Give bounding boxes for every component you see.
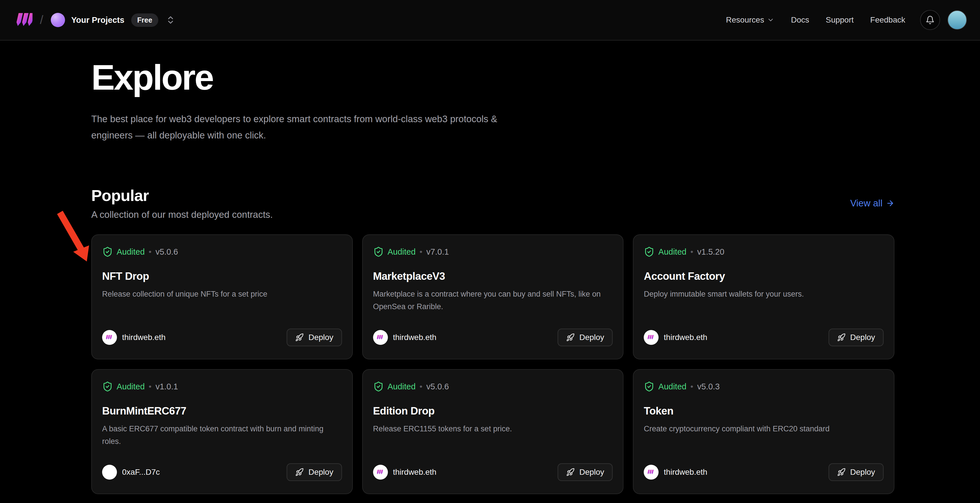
card-title: NFT Drop	[102, 270, 342, 282]
thirdweb-logo-icon[interactable]	[16, 11, 32, 29]
publisher-link[interactable]: 0xaF...D7c	[102, 465, 160, 480]
deploy-button[interactable]: Deploy	[558, 329, 612, 346]
publisher-link[interactable]: thirdweb.eth	[102, 330, 166, 345]
meta-separator: •	[149, 382, 151, 391]
publisher-link[interactable]: thirdweb.eth	[644, 330, 707, 345]
project-name: Your Projects	[71, 15, 124, 25]
card-title: Token	[644, 405, 884, 417]
deploy-button[interactable]: Deploy	[829, 329, 884, 346]
publisher-link[interactable]: thirdweb.eth	[373, 465, 437, 480]
publisher-name: thirdweb.eth	[122, 333, 166, 342]
thirdweb-mark-icon	[376, 333, 385, 342]
popular-description: A collection of our most deployed contra…	[91, 209, 273, 220]
shield-check-icon	[373, 246, 384, 257]
audited-badge: Audited	[644, 381, 686, 392]
contract-card-burnminterc677[interactable]: Audited • v1.0.1 BurnMintERC677 A basic …	[91, 369, 353, 494]
shield-check-icon	[644, 381, 655, 392]
notifications-button[interactable]	[920, 10, 940, 30]
contract-card-nft-drop[interactable]: Audited • v5.0.6 NFT Drop Release collec…	[91, 235, 353, 359]
deploy-button[interactable]: Deploy	[829, 463, 884, 481]
rocket-icon	[295, 468, 304, 476]
deploy-label: Deploy	[579, 333, 604, 342]
deploy-label: Deploy	[308, 468, 333, 477]
publisher-avatar	[102, 330, 117, 345]
deploy-label: Deploy	[579, 468, 604, 477]
deploy-button[interactable]: Deploy	[558, 463, 612, 481]
navbar-left: / Your Projects Free	[16, 11, 175, 29]
view-all-link[interactable]: View all	[850, 198, 894, 209]
plan-badge: Free	[131, 13, 158, 27]
audited-badge: Audited	[373, 246, 415, 257]
nav-link-resources[interactable]: Resources	[726, 15, 774, 24]
audited-label: Audited	[117, 382, 145, 391]
shield-check-icon	[373, 381, 384, 392]
version-label: v5.0.6	[426, 382, 449, 391]
audited-label: Audited	[117, 247, 145, 257]
popular-heading: Popular	[91, 186, 273, 205]
version-label: v1.0.1	[156, 382, 178, 391]
chevrons-up-down-icon[interactable]	[166, 15, 175, 25]
publisher-avatar	[644, 465, 659, 480]
deploy-label: Deploy	[850, 333, 875, 342]
top-navbar: / Your Projects Free Resources Docs Supp…	[0, 0, 980, 40]
page-title: Explore	[91, 57, 894, 97]
rocket-icon	[837, 333, 846, 342]
meta-separator: •	[420, 247, 422, 256]
thirdweb-mark-icon	[647, 333, 655, 342]
shield-check-icon	[644, 246, 655, 257]
page-subtitle: The best place for web3 developers to ex…	[91, 111, 523, 143]
publisher-avatar	[373, 465, 388, 480]
popular-section-header: Popular A collection of our most deploye…	[91, 186, 894, 220]
audited-badge: Audited	[644, 246, 686, 257]
breadcrumb-separator: /	[40, 13, 43, 27]
version-label: v5.0.3	[697, 382, 720, 391]
deploy-button[interactable]: Deploy	[286, 463, 342, 481]
deploy-label: Deploy	[850, 468, 875, 477]
nav-link-feedback[interactable]: Feedback	[870, 15, 905, 24]
version-label: v7.0.1	[426, 247, 449, 257]
card-description: Release ERC1155 tokens for a set price.	[373, 423, 612, 435]
contract-card-token[interactable]: Audited • v5.0.3 Token Create cryptocurr…	[633, 369, 894, 494]
deploy-label: Deploy	[308, 333, 333, 342]
meta-separator: •	[149, 247, 151, 256]
contract-card-account-factory[interactable]: Audited • v1.5.20 Account Factory Deploy…	[633, 235, 894, 359]
contract-card-marketplacev3[interactable]: Audited • v7.0.1 MarketplaceV3 Marketpla…	[362, 235, 624, 359]
shield-check-icon	[102, 381, 113, 392]
arrow-right-icon	[886, 199, 894, 208]
publisher-avatar	[102, 465, 117, 480]
card-title: BurnMintERC677	[102, 405, 342, 417]
nav-link-docs[interactable]: Docs	[791, 15, 809, 24]
deploy-button[interactable]: Deploy	[286, 329, 342, 346]
publisher-link[interactable]: thirdweb.eth	[644, 465, 707, 480]
audited-label: Audited	[388, 247, 415, 257]
publisher-name: thirdweb.eth	[393, 333, 437, 342]
card-description: Marketplace is a contract where you can …	[373, 288, 612, 313]
publisher-link[interactable]: thirdweb.eth	[373, 330, 437, 345]
shield-check-icon	[102, 246, 113, 257]
chevron-down-icon	[767, 16, 774, 24]
meta-separator: •	[690, 247, 694, 256]
thirdweb-mark-icon	[647, 468, 655, 476]
thirdweb-mark-icon	[105, 333, 114, 342]
project-switcher[interactable]: Your Projects Free	[51, 13, 175, 27]
audited-label: Audited	[658, 247, 686, 257]
project-avatar	[51, 13, 65, 27]
rocket-icon	[837, 468, 846, 476]
audited-label: Audited	[658, 382, 686, 391]
contract-card-edition-drop[interactable]: Audited • v5.0.6 Edition Drop Release ER…	[362, 369, 624, 494]
publisher-avatar	[373, 330, 388, 345]
thirdweb-mark-icon	[376, 468, 385, 476]
version-label: v1.5.20	[697, 247, 724, 257]
card-title: Edition Drop	[373, 405, 613, 417]
publisher-avatar	[644, 330, 659, 345]
nav-link-support[interactable]: Support	[826, 15, 854, 24]
user-avatar[interactable]	[948, 10, 967, 30]
card-description: Deploy immutable smart wallets for your …	[644, 288, 883, 300]
audited-badge: Audited	[102, 246, 145, 257]
navbar-links: Resources Docs Support Feedback	[726, 10, 967, 30]
card-description: A basic ERC677 compatible token contract…	[102, 423, 342, 448]
publisher-name: 0xaF...D7c	[122, 468, 160, 477]
contract-card-grid: Audited • v5.0.6 NFT Drop Release collec…	[91, 235, 894, 494]
bell-icon	[926, 15, 935, 24]
audited-badge: Audited	[373, 381, 415, 392]
